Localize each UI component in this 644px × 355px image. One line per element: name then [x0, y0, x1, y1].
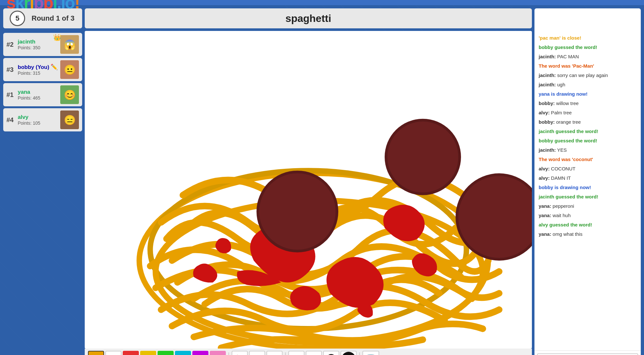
color-swatch-red[interactable]	[123, 351, 139, 355]
chat-sender-20: yana:	[539, 213, 551, 218]
chat-msg-5: jacinth: sorry can we play again	[537, 71, 638, 80]
player-info-3: yana Points: 465	[18, 89, 60, 101]
dot-xlarge-icon	[341, 352, 356, 355]
chat-msg-20: yana: wait huh	[537, 211, 638, 220]
chat-panel: 'pac man' is close! bobby guessed the wo…	[534, 8, 641, 355]
color-swatch-orange[interactable]	[88, 351, 104, 355]
chat-msg-16: alvy: DAMN IT	[537, 174, 638, 182]
chat-msg-18: jacinth guessed the word!	[537, 192, 638, 201]
logo: skribbl.io!	[6, 0, 80, 12]
size-xlarge[interactable]	[341, 351, 357, 355]
svg-point-6	[259, 173, 336, 250]
player-info-2: bobby (You)✏️ Points: 315	[18, 63, 60, 76]
chat-msg-15: alvy: COCONUT	[537, 164, 638, 173]
clear-canvas-button[interactable]: 🗑️	[362, 351, 379, 355]
chat-sender-16: alvy:	[539, 175, 550, 181]
chat-sender-22: yana:	[539, 231, 551, 237]
chat-sender-15: alvy:	[539, 166, 550, 171]
player-rank-1: #2	[6, 41, 18, 48]
player-avatar-2: 😐	[60, 60, 79, 79]
chat-msg-11: jacinth guessed the word!	[537, 127, 638, 136]
chat-messages: 'pac man' is close! bobby guessed the wo…	[534, 31, 641, 350]
player-avatar-3: 😊	[60, 85, 79, 104]
chat-sender-6: jacinth:	[539, 82, 556, 87]
canvas-svg	[85, 31, 532, 349]
crown-icon: 👑	[53, 34, 61, 41]
pencil-tool[interactable]: ✏️	[232, 351, 248, 355]
palette-divider-3	[359, 352, 360, 355]
player-card-1: #2 jacinth Points: 350 👑 😱	[3, 33, 82, 56]
chat-msg-6: jacinth: ugh	[537, 80, 638, 89]
player-points-4: Points: 105	[18, 120, 60, 126]
color-swatch-cyan[interactable]	[175, 351, 191, 355]
logo-letter-r: r	[24, 0, 30, 12]
word-bar: spaghetti	[85, 8, 532, 28]
chat-msg-17: bobby is drawing now!	[537, 183, 638, 192]
color-swatch-white[interactable]	[105, 351, 121, 355]
chat-msg-12: bobby guessed the word!	[537, 136, 638, 145]
game-area: 5 Round 1 of 3 #2 jacinth Points: 350 👑 …	[0, 5, 644, 355]
chat-msg-2: bobby guessed the word!	[537, 43, 638, 52]
logo-letter-l: l	[53, 0, 57, 12]
chat-msg-8: bobby: willow tree	[537, 99, 638, 108]
player-name-3: yana	[18, 89, 60, 95]
player-points-1: Points: 350	[18, 45, 60, 50]
chat-msg-1: 'pac man' is close!	[537, 34, 638, 42]
chat-sender-13: jacinth:	[539, 147, 556, 153]
chat-msg-7: yana is drawing now!	[537, 90, 638, 98]
size-medium[interactable]	[306, 351, 322, 355]
left-panel: 5 Round 1 of 3 #2 jacinth Points: 350 👑 …	[3, 8, 82, 355]
timer: 5	[10, 11, 25, 26]
chat-input-area	[534, 350, 641, 355]
chat-input[interactable]	[537, 353, 638, 355]
player-avatar-4: 😑	[60, 110, 79, 129]
palette-divider	[228, 352, 229, 355]
player-avatar-1: 😱	[60, 35, 79, 54]
player-card-3: #1 yana Points: 465 😊	[3, 83, 82, 106]
player-name-4: alvy	[18, 114, 60, 120]
player-card-4: #4 alvy Points: 105 😑	[3, 108, 82, 131]
chat-msg-3: jacinth: PAC MAN	[537, 52, 638, 61]
chat-msg-13: jacinth: YES	[537, 146, 638, 154]
logo-letter-b2: b	[43, 0, 53, 12]
chat-sender-8: bobby:	[539, 101, 555, 106]
chat-msg-4: The word was 'Pac-Man'	[537, 62, 638, 70]
logo-letter-k: k	[15, 0, 24, 12]
player-name-2: bobby (You)✏️	[18, 63, 60, 71]
player-points-2: Points: 315	[18, 71, 60, 76]
chat-top-spacer	[534, 8, 641, 31]
chat-sender-9: alvy:	[539, 110, 550, 115]
chat-msg-22: yana: omg what this	[537, 230, 638, 238]
player-rank-4: #4	[6, 116, 18, 124]
header: skribbl.io!	[0, 0, 644, 5]
svg-point-4	[387, 121, 458, 192]
logo-exclaim: !	[74, 0, 79, 12]
player-rank-2: #3	[6, 66, 18, 73]
logo-letter-b1: b	[34, 0, 43, 12]
chat-sender-10: bobby:	[539, 119, 555, 125]
chat-msg-14: The word was 'coconut'	[537, 155, 638, 164]
player-points-3: Points: 465	[18, 95, 60, 101]
logo-dot: .	[57, 0, 61, 12]
size-large[interactable]	[323, 351, 339, 355]
size-small[interactable]	[288, 351, 304, 355]
chat-msg-9: alvy: Palm tree	[537, 108, 638, 117]
fill-tool[interactable]: 🪣	[266, 351, 283, 355]
timer-value: 5	[15, 14, 19, 23]
player-info-4: alvy Points: 105	[18, 114, 60, 126]
eraser-tool[interactable]: ⬜	[249, 351, 265, 355]
logo-letter-s: s	[6, 0, 15, 12]
color-swatch-pink[interactable]	[210, 351, 226, 355]
pencil-icon: ✏️	[51, 64, 58, 70]
logo-io: io	[61, 0, 74, 12]
palette-bar: ✏️ ⬜ 🪣 🗑️	[85, 349, 532, 355]
color-swatch-yellow[interactable]	[140, 351, 156, 355]
player-card-2: #3 bobby (You)✏️ Points: 315 😐	[3, 58, 82, 81]
drawing-canvas[interactable]	[85, 31, 532, 349]
color-swatch-purple[interactable]	[192, 351, 208, 355]
player-rank-3: #1	[6, 91, 18, 99]
word-display: spaghetti	[285, 13, 331, 24]
chat-sender-19: yana:	[539, 203, 551, 209]
logo-letter-i: i	[30, 0, 34, 12]
color-swatch-green[interactable]	[158, 351, 174, 355]
